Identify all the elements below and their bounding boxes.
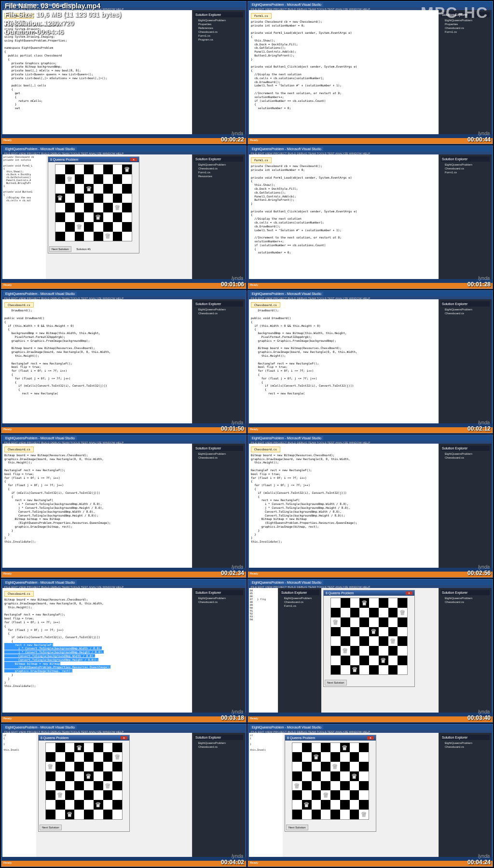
solution-explorer[interactable]: Solution Explorer EightQueensProblem Pro…	[192, 10, 245, 137]
close-icon[interactable]: ×	[121, 736, 127, 740]
chessboard	[330, 598, 408, 675]
thumbnail-6: EightQueensProblem - Microsoft Visual St…	[247, 290, 493, 434]
form-designer[interactable]: 8 Queens Problem× Next Solution Solution…	[48, 156, 139, 253]
thumbnail-9: EightQueensProblem - Microsoft Visual St…	[1, 579, 247, 722]
next-solution-button[interactable]: Next Solution	[49, 246, 71, 252]
close-icon[interactable]: ×	[406, 591, 412, 595]
next-solution-button[interactable]: Next Solution	[40, 825, 62, 830]
thumbnail-5: EightQueensProblem - Microsoft Visual St…	[1, 290, 247, 434]
thumbnail-11: EightQueensProblem - Microsoft Visual St…	[1, 724, 247, 867]
code-left[interactable]: private Chessboard cb private int soluti…	[2, 154, 46, 281]
timestamp: 00:00:22	[221, 136, 244, 143]
form-runtime[interactable]: 8 Queens Problem× Next Solution	[323, 590, 415, 687]
thumbnail-10: EightQueensProblem - Microsoft Visual St…	[247, 579, 493, 722]
thumbnail-8: EightQueensProblem - Microsoft Visual St…	[247, 434, 493, 578]
player-logo: MPC-HC	[421, 4, 488, 22]
watermark: lynda	[232, 131, 243, 136]
next-solution-button[interactable]: Next Solution	[286, 825, 308, 830]
next-solution-button[interactable]: Next Solution	[325, 680, 347, 686]
status-bar: Ready	[1, 138, 246, 144]
thumbnail-3: EightQueensProblem - Microsoft Visual St…	[1, 145, 247, 289]
thumbnail-2: EightQueensProblem - Microsoft Visual St…	[247, 1, 493, 144]
thumbnail-7: EightQueensProblem - Microsoft Visual St…	[1, 434, 247, 578]
close-icon[interactable]: ×	[367, 736, 374, 740]
chessboard	[292, 742, 369, 820]
thumbnail-12: EightQueensProblem - Microsoft Visual St…	[247, 724, 493, 867]
form-runtime[interactable]: 8 Queens Problem× Next Solution	[38, 735, 130, 832]
chessboard	[45, 742, 123, 820]
chessboard	[55, 164, 132, 241]
close-icon[interactable]: ×	[130, 158, 137, 161]
code-editor[interactable]: Form1.cs private Chessboard cb = new Che…	[249, 10, 439, 137]
file-info-overlay: File Name: 03_06-display.mp4 File Size: …	[5, 2, 121, 37]
form-runtime[interactable]: 8 Queens Problem× Next Solution	[285, 735, 376, 832]
thumbnail-4: EightQueensProblem - Microsoft Visual St…	[247, 145, 493, 289]
thumbnail-grid: EightQueensProblem - Microsoft Visual St…	[0, 0, 494, 868]
